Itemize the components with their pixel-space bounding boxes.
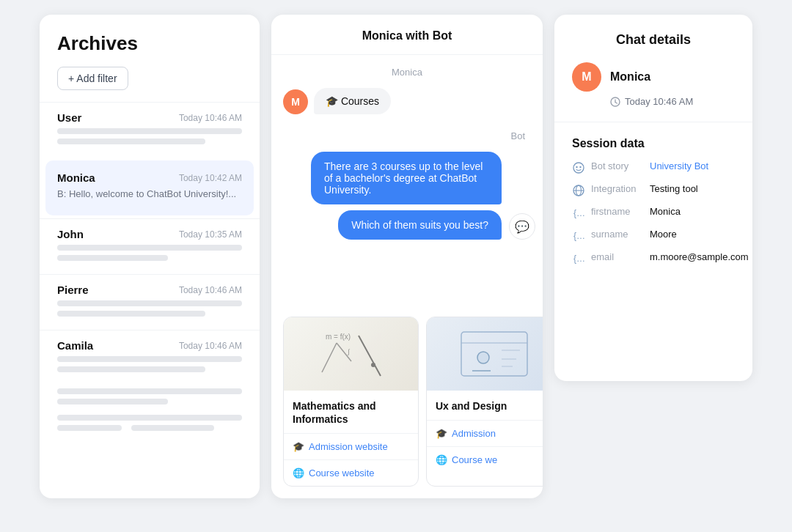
course-card-body-math: Mathematics and Informatics	[284, 391, 418, 426]
course-website-icon: 🌐	[293, 468, 304, 479]
session-key-surname: surname	[591, 229, 644, 240]
details-user-section: M Monica	[572, 62, 735, 92]
archives-list: User Today 10:46 AM Monica Today 10:42 A…	[40, 102, 260, 447]
globe-icon	[572, 184, 585, 197]
session-row-firstname: {…} firstname Monica	[572, 206, 735, 220]
svg-rect-6	[461, 332, 527, 376]
course-cards: m = f(x) ∫ Mathematics and Informatics 🎓…	[271, 311, 543, 498]
svg-point-18	[579, 166, 581, 168]
bot-message-2: Which of them suits you best?	[338, 210, 502, 240]
list-item[interactable]: John Today 10:35 AM	[40, 218, 260, 274]
curly-icon-surname: {…}	[572, 229, 585, 243]
curly-icon-firstname: {…}	[572, 207, 585, 220]
course-card-body-ux: Ux and Design	[427, 391, 543, 413]
item-name: John	[57, 228, 84, 240]
session-row-email: {…} email m.moore@sample.com	[572, 251, 735, 265]
session-val-email: m.moore@sample.com	[650, 251, 749, 262]
chat-header-suffix: with Bot	[403, 29, 452, 42]
curly-icon-email: {…}	[572, 252, 585, 265]
svg-text:m = f(x): m = f(x)	[326, 333, 351, 341]
session-key-email: email	[591, 251, 644, 262]
course-title-ux: Ux and Design	[436, 399, 543, 413]
bot-icon	[572, 161, 585, 174]
chat-messages: Monica M 🎓 Courses Bot There are 3 cours…	[271, 55, 543, 311]
course-title-math: Mathematics and Informatics	[293, 399, 409, 426]
course-card-ux: Ux and Design 🎓 Admission 🌐 Course we	[426, 317, 543, 487]
session-val-botstory[interactable]: University Bot	[650, 160, 708, 171]
add-filter-button[interactable]: + Add filter	[57, 67, 128, 90]
svg-text:∫: ∫	[347, 348, 351, 355]
item-time: Today 10:46 AM	[179, 341, 242, 351]
details-divider	[554, 122, 752, 122]
user-avatar: M	[283, 89, 308, 114]
session-data-title: Session data	[572, 137, 735, 150]
bot-message-row: There are 3 courses up to the level of a…	[283, 152, 531, 240]
course-website-link-ux[interactable]: 🌐 Course we	[427, 446, 543, 473]
archives-title: Archives	[40, 32, 260, 67]
course-card-math: m = f(x) ∫ Mathematics and Informatics 🎓…	[283, 317, 419, 487]
chat-details-panel: Chat details M Monica Today 10:46 AM Ses…	[554, 15, 752, 381]
session-val-surname: Moore	[650, 229, 677, 240]
svg-point-17	[576, 166, 577, 168]
details-time-row: Today 10:46 AM	[610, 96, 735, 107]
course-website-label: Course website	[309, 468, 375, 479]
session-row-surname: {…} surname Moore	[572, 229, 735, 243]
svg-point-8	[477, 352, 489, 363]
course-website-icon-ux: 🌐	[436, 454, 447, 465]
chat-header: Monica with Bot	[271, 15, 543, 55]
svg-text:{…}: {…}	[573, 231, 585, 241]
session-key-firstname: firstname	[591, 206, 644, 217]
main-container: Archives + Add filter User Today 10:46 A…	[0, 0, 792, 532]
details-time-text: Today 10:46 AM	[625, 96, 693, 107]
course-website-link-math[interactable]: 🌐 Course website	[284, 459, 418, 486]
item-name: Pierre	[57, 284, 89, 296]
course-admission-link-ux[interactable]: 🎓 Admission	[427, 420, 543, 446]
details-user-name: Monica	[610, 70, 650, 84]
admission-label: Admission website	[309, 441, 388, 452]
list-item[interactable]: User Today 10:46 AM	[40, 102, 260, 158]
item-name: Camila	[57, 339, 93, 352]
item-name: User	[57, 111, 81, 124]
admission-icon-ux: 🎓	[436, 428, 447, 439]
course-website-label-ux: Course we	[452, 454, 497, 465]
list-item[interactable]: Camila Today 10:46 AM	[40, 330, 260, 447]
svg-line-4	[359, 336, 381, 376]
bot-icon: 💬	[509, 213, 535, 240]
list-item[interactable]: Pierre Today 10:46 AM	[40, 274, 260, 330]
item-time: Today 10:42 AM	[179, 173, 242, 183]
chat-details-title: Chat details	[572, 32, 735, 48]
item-time: Today 10:46 AM	[179, 285, 242, 295]
message-sender-label: Monica	[283, 67, 531, 78]
item-time: Today 10:46 AM	[179, 113, 242, 123]
chat-header-user: Monica	[362, 29, 403, 42]
session-key-integration: Integration	[591, 183, 644, 194]
bot-sender-label: Bot	[283, 130, 531, 141]
details-avatar: M	[572, 62, 601, 92]
admission-icon: 🎓	[293, 441, 304, 452]
item-preview: B: Hello, welcome to ChatBot University!…	[57, 188, 242, 199]
course-admission-link-math[interactable]: 🎓 Admission website	[284, 433, 418, 459]
session-row-integration: Integration Testing tool	[572, 183, 735, 197]
user-message-row: M 🎓 Courses	[283, 88, 531, 114]
session-val-integration: Testing tool	[650, 183, 698, 194]
item-time: Today 10:35 AM	[179, 229, 242, 240]
course-card-image-ux	[427, 317, 543, 391]
item-name: Monica	[57, 171, 95, 184]
clock-icon	[610, 97, 620, 107]
session-row-botstory: Bot story University Bot	[572, 160, 735, 174]
chat-panel: Monica with Bot Monica M 🎓 Courses Bot T…	[271, 15, 543, 498]
session-key-botstory: Bot story	[591, 160, 644, 171]
list-item-monica[interactable]: Monica Today 10:42 AM B: Hello, welcome …	[45, 160, 254, 215]
course-card-image-math: m = f(x) ∫	[284, 317, 418, 391]
user-message-bubble: 🎓 Courses	[314, 88, 391, 114]
svg-point-16	[573, 163, 584, 173]
archives-panel: Archives + Add filter User Today 10:46 A…	[40, 15, 260, 498]
svg-point-5	[371, 363, 375, 367]
svg-text:{…}: {…}	[573, 254, 585, 264]
bot-message-1: There are 3 courses up to the level of a…	[311, 152, 502, 204]
svg-line-0	[322, 343, 337, 372]
admission-label-ux: Admission	[452, 428, 496, 439]
session-val-firstname: Monica	[650, 206, 681, 217]
svg-line-15	[615, 102, 617, 103]
svg-text:{…}: {…}	[573, 208, 585, 218]
